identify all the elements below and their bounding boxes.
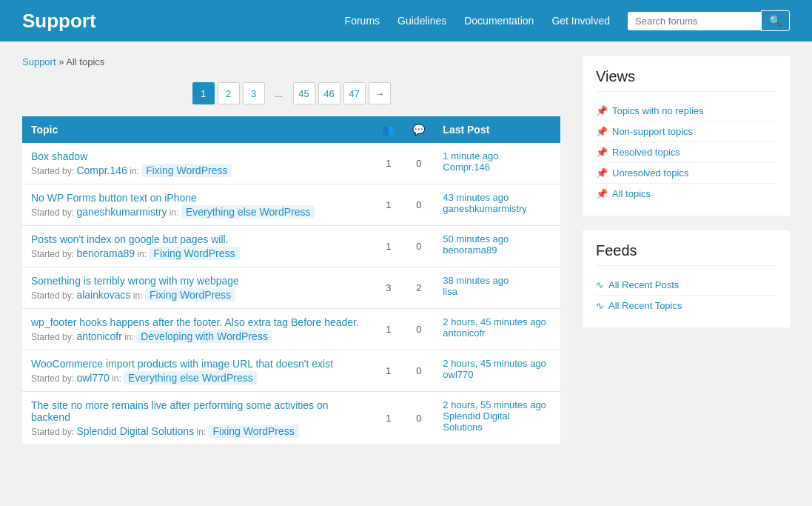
voices-cell: 3 xyxy=(373,267,403,309)
last-post-author-link[interactable]: Splendid Digital Solutions xyxy=(443,410,509,433)
last-post-author-link[interactable]: owl770 xyxy=(443,369,473,380)
topic-forum-link[interactable]: Everything else WordPress xyxy=(124,371,258,385)
search-input[interactable] xyxy=(628,12,761,30)
views-title: Views xyxy=(596,68,776,92)
views-non-support[interactable]: Non-support topics xyxy=(612,126,693,137)
page-1[interactable]: 1 xyxy=(192,82,215,104)
replies-cell: 0 xyxy=(403,226,434,267)
pagination: 1 2 3 ... 45 46 47 → xyxy=(22,82,560,104)
topic-meta: Started by: Compr.146 in: Fixing WordPre… xyxy=(31,164,364,176)
last-post-time-link[interactable]: 38 minutes ago xyxy=(443,275,509,286)
page-3[interactable]: 3 xyxy=(243,82,265,104)
last-post-time-link[interactable]: 2 hours, 45 minutes ago xyxy=(443,358,546,369)
last-post-author-link[interactable]: benorama89 xyxy=(443,244,497,256)
next-page-button[interactable]: → xyxy=(369,82,391,104)
views-unresolved[interactable]: Unresolved topics xyxy=(612,167,688,179)
topic-title-cell: No WP Forms button text on iPhone Starte… xyxy=(22,184,373,226)
voices-cell: 1 xyxy=(373,350,403,392)
topic-forum-link[interactable]: Developing with WordPress xyxy=(136,330,272,343)
topic-meta: Started by: owl770 in: Everything else W… xyxy=(31,372,364,384)
col-replies: 💬 xyxy=(403,116,434,143)
right-sidebar: Views 📌 Topics with no replies 📌 Non-sup… xyxy=(583,56,790,445)
topic-forum-link[interactable]: Fixing WordPress xyxy=(145,288,235,302)
breadcrumb-parent[interactable]: Support xyxy=(22,56,56,67)
feeds-recent-topics[interactable]: All Recent Topics xyxy=(608,300,682,311)
views-list: 📌 Topics with no replies 📌 Non-support t… xyxy=(596,101,776,204)
site-header: Support Forums Guidelines Documentation … xyxy=(0,0,812,41)
topic-forum-link[interactable]: Everything else WordPress xyxy=(181,205,315,219)
list-item: ∿ All Recent Topics xyxy=(596,296,776,316)
page-45[interactable]: 45 xyxy=(293,82,315,104)
topic-title-link[interactable]: wp_footer hooks happens after the footer… xyxy=(31,316,359,328)
nav-documentation[interactable]: Documentation xyxy=(464,15,534,27)
last-post-time: 38 minutes ago xyxy=(443,275,551,286)
topic-meta: Started by: antonicofr in: Developing wi… xyxy=(31,330,364,342)
topic-title-link[interactable]: No WP Forms button text on iPhone xyxy=(31,192,197,204)
page-46[interactable]: 46 xyxy=(318,82,340,104)
last-post-time-link[interactable]: 2 hours, 45 minutes ago xyxy=(443,316,546,327)
rss-icon-1: ∿ xyxy=(596,300,604,311)
rss-icon-0: ∿ xyxy=(596,279,604,290)
views-resolved[interactable]: Resolved topics xyxy=(612,147,680,158)
breadcrumb-current: All topics xyxy=(66,56,104,67)
replies-cell: 2 xyxy=(403,267,434,309)
list-item: 📌 All topics xyxy=(596,184,776,204)
last-post-author: antonicofr xyxy=(443,327,551,339)
replies-cell: 0 xyxy=(403,143,434,184)
last-post-cell: 1 minute ago Compr.146 xyxy=(434,143,560,184)
replies-cell: 0 xyxy=(403,350,434,392)
nav-forums[interactable]: Forums xyxy=(345,15,380,27)
views-all-topics[interactable]: All topics xyxy=(612,188,651,199)
search-button[interactable]: 🔍 xyxy=(761,10,790,31)
topic-author-link[interactable]: antonicofr xyxy=(76,330,121,342)
last-post-cell: 2 hours, 55 minutes ago Splendid Digital… xyxy=(434,392,560,445)
page-2[interactable]: 2 xyxy=(218,82,240,104)
topic-meta: Started by: Splendid Digital Solutions i… xyxy=(31,425,364,437)
topic-title-cell: The site no more remains live after perf… xyxy=(22,392,373,445)
pin-icon-3: 📌 xyxy=(596,167,608,179)
topic-forum-link[interactable]: Fixing WordPress xyxy=(149,247,239,260)
page-47[interactable]: 47 xyxy=(343,82,366,104)
topic-title-cell: Box shadow Started by: Compr.146 in: Fix… xyxy=(22,143,373,184)
last-post-time: 2 hours, 45 minutes ago xyxy=(443,316,551,327)
list-item: 📌 Topics with no replies xyxy=(596,101,776,121)
last-post-cell: 38 minutes ago lisa xyxy=(434,267,560,309)
last-post-time-link[interactable]: 43 minutes ago xyxy=(443,192,509,203)
topic-title-link[interactable]: Posts won't index on google but pages wi… xyxy=(31,233,229,245)
nav-get-involved[interactable]: Get Involved xyxy=(551,15,610,27)
last-post-author: ganeshkumarmistry xyxy=(443,203,551,214)
last-post-author-link[interactable]: ganeshkumarmistry xyxy=(443,203,526,214)
col-topic: Topic xyxy=(22,116,373,143)
views-topics-no-replies[interactable]: Topics with no replies xyxy=(612,105,704,116)
last-post-time-link[interactable]: 2 hours, 55 minutes ago xyxy=(443,399,546,410)
last-post-author-link[interactable]: antonicofr xyxy=(443,327,485,339)
pin-icon-4: 📌 xyxy=(596,188,608,199)
last-post-time: 50 minutes ago xyxy=(443,233,551,244)
last-post-time-link[interactable]: 1 minute ago xyxy=(443,150,498,162)
topic-author-link[interactable]: owl770 xyxy=(76,372,109,384)
last-post-author-link[interactable]: Compr.146 xyxy=(443,162,490,173)
topics-table: Topic 👥 💬 Last Post Box shadow Started b… xyxy=(22,116,560,445)
topic-forum-link[interactable]: Fixing WordPress xyxy=(141,164,232,177)
topic-author-link[interactable]: alainkovacs xyxy=(76,289,130,301)
replies-cell: 0 xyxy=(403,184,434,226)
topic-title-link[interactable]: Box shadow xyxy=(31,150,87,162)
topic-author-link[interactable]: benorama89 xyxy=(76,247,135,259)
nav-guidelines[interactable]: Guidelines xyxy=(397,15,446,27)
topic-title-link[interactable]: WooCommerce import products with image U… xyxy=(31,358,333,370)
topic-title-cell: Something is terribly wrong with my webp… xyxy=(22,267,373,309)
feeds-recent-posts[interactable]: All Recent Posts xyxy=(608,279,679,290)
last-post-author: Compr.146 xyxy=(443,162,551,173)
last-post-author-link[interactable]: lisa xyxy=(443,286,457,297)
last-post-time-link[interactable]: 50 minutes ago xyxy=(443,233,509,244)
topic-title-cell: WooCommerce import products with image U… xyxy=(22,350,373,392)
topic-author-link[interactable]: Compr.146 xyxy=(76,164,127,176)
topic-title-link[interactable]: Something is terribly wrong with my webp… xyxy=(31,275,239,287)
search-form: 🔍 xyxy=(628,10,790,31)
topic-title-link[interactable]: The site no more remains live after perf… xyxy=(31,399,329,423)
topic-author-link[interactable]: ganeshkumarmistry xyxy=(76,206,167,218)
topic-author-link[interactable]: Splendid Digital Solutions xyxy=(76,425,194,437)
table-row: wp_footer hooks happens after the footer… xyxy=(22,309,560,350)
topic-forum-link[interactable]: Fixing WordPress xyxy=(208,425,298,438)
voices-cell: 1 xyxy=(373,184,403,226)
